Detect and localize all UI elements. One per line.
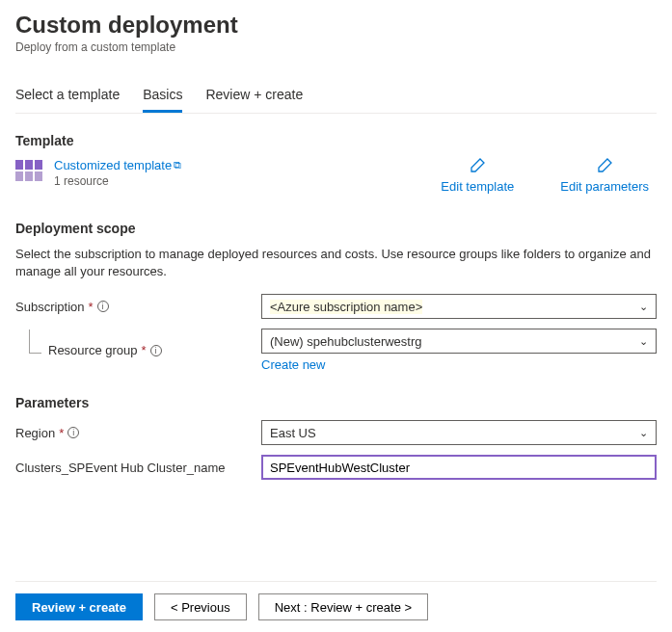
- customized-template-label: Customized template: [54, 158, 172, 172]
- subscription-value: <Azure subscription name>: [270, 300, 422, 314]
- template-heading: Template: [15, 133, 657, 148]
- tab-basics[interactable]: Basics: [143, 81, 182, 113]
- external-icon: ⧉: [174, 159, 181, 171]
- scope-description: Select the subscription to manage deploy…: [15, 246, 657, 280]
- next-button[interactable]: Next : Review + create >: [258, 593, 428, 620]
- info-icon[interactable]: i: [97, 301, 109, 312]
- region-select[interactable]: East US ⌄: [261, 420, 657, 445]
- resource-count: 1 resource: [54, 174, 181, 188]
- cluster-name-input[interactable]: [261, 455, 657, 480]
- edit-parameters-label: Edit parameters: [560, 179, 649, 194]
- subscription-label: Subscription: [15, 300, 85, 314]
- edit-parameters-button[interactable]: Edit parameters: [560, 158, 649, 194]
- resource-group-label: Resource group: [48, 343, 138, 357]
- edit-template-label: Edit template: [441, 179, 514, 194]
- region-label: Region: [15, 426, 55, 440]
- tab-review-create[interactable]: Review + create: [205, 81, 303, 113]
- footer: Review + create < Previous Next : Review…: [15, 581, 657, 620]
- required-indicator: *: [142, 343, 147, 357]
- cluster-name-label: Clusters_SPEvent Hub Cluster_name: [15, 461, 226, 475]
- cluster-name-field[interactable]: [270, 461, 648, 475]
- info-icon[interactable]: i: [67, 427, 79, 438]
- chevron-down-icon: ⌄: [639, 427, 648, 439]
- chevron-down-icon: ⌄: [639, 301, 648, 313]
- required-indicator: *: [89, 300, 94, 314]
- resource-group-value: (New) spehubclusterwestrg: [270, 334, 422, 349]
- info-icon[interactable]: i: [150, 345, 162, 356]
- page-subtitle: Deploy from a custom template: [15, 40, 657, 54]
- tab-select-template[interactable]: Select a template: [15, 81, 120, 113]
- tabs: Select a template Basics Review + create: [15, 81, 657, 114]
- pencil-icon: [597, 158, 612, 173]
- region-value: East US: [270, 426, 316, 440]
- create-new-link[interactable]: Create new: [261, 357, 325, 372]
- edit-template-button[interactable]: Edit template: [441, 158, 514, 194]
- template-icon: [15, 160, 42, 181]
- chevron-down-icon: ⌄: [639, 335, 648, 348]
- required-indicator: *: [59, 426, 64, 440]
- subscription-select[interactable]: <Azure subscription name> ⌄: [261, 294, 657, 319]
- review-create-button[interactable]: Review + create: [15, 593, 143, 620]
- customized-template-link[interactable]: Customized template⧉: [54, 158, 181, 172]
- page-title: Custom deployment: [15, 12, 657, 39]
- previous-button[interactable]: < Previous: [154, 593, 247, 620]
- pencil-icon: [470, 158, 485, 173]
- parameters-heading: Parameters: [15, 395, 657, 410]
- resource-group-select[interactable]: (New) spehubclusterwestrg ⌄: [261, 329, 657, 354]
- scope-heading: Deployment scope: [15, 221, 657, 236]
